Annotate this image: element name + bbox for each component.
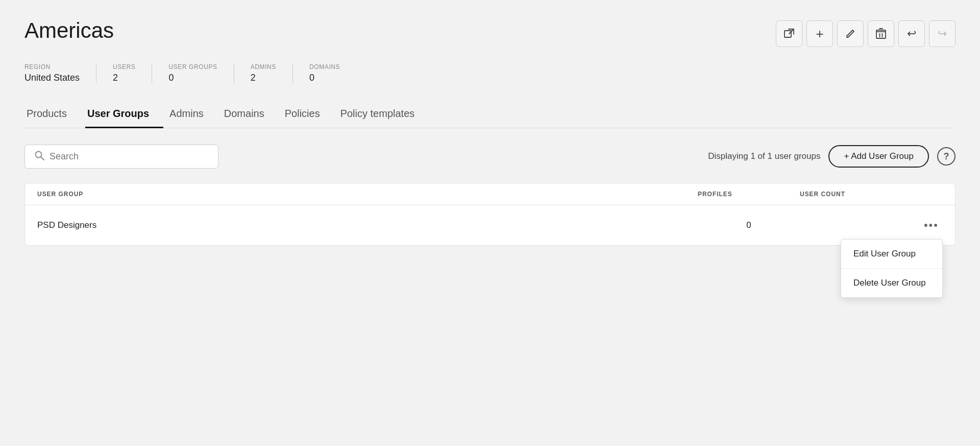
more-options-button[interactable]: ••• [920,217,943,234]
toolbar: + ↩ ↪ [776,20,955,47]
tab-user-groups[interactable]: User Groups [85,102,163,128]
tab-products[interactable]: Products [24,102,81,128]
svg-rect-0 [785,31,791,37]
right-actions: Displaying 1 of 1 user groups + Add User… [708,145,955,168]
search-icon [34,150,44,163]
delete-button[interactable] [868,20,894,47]
stat-users: USERS 2 [113,63,152,83]
stat-region-label: REGION [24,63,80,71]
redo-button[interactable]: ↪ [929,20,955,47]
stat-users-label: USERS [113,63,135,71]
tab-policies[interactable]: Policies [283,102,334,128]
tab-domains[interactable]: Domains [222,102,279,128]
col-actions [902,191,943,198]
plus-icon: + [816,27,823,40]
table-header: USER GROUP PROFILES USER COUNT [25,183,955,205]
table-row: PSD Designers 0 ••• Edit User Group Dele… [25,205,955,245]
user-groups-table: USER GROUP PROFILES USER COUNT PSD Desig… [24,183,955,246]
add-button[interactable]: + [806,20,833,47]
displaying-text: Displaying 1 of 1 user groups [708,151,820,161]
stat-users-value: 2 [113,73,135,83]
stat-domains-value: 0 [309,73,340,83]
redo-icon: ↪ [938,27,947,40]
user-group-name: PSD Designers [37,220,698,230]
help-button[interactable]: ? [937,147,955,166]
stat-admins: ADMINS 2 [251,63,293,83]
search-action-row: Displaying 1 of 1 user groups + Add User… [24,145,955,169]
external-link-button[interactable] [776,20,802,47]
stat-admins-label: ADMINS [251,63,276,71]
stat-region: REGION United States [24,63,96,83]
col-user-group: USER GROUP [37,191,698,198]
profiles-count: 0 [698,220,800,230]
page-title: Americas [24,18,114,43]
add-user-group-button[interactable]: + Add User Group [828,145,929,168]
col-profiles: PROFILES [698,191,800,198]
search-input[interactable] [50,151,209,162]
col-user-count: USER COUNT [800,191,902,198]
stat-user-groups-value: 0 [168,73,217,83]
stats-row: REGION United States USERS 2 USER GROUPS… [24,63,955,83]
stat-region-value: United States [24,73,80,83]
edit-button[interactable] [837,20,864,47]
undo-button[interactable]: ↩ [898,20,925,47]
tab-admins[interactable]: Admins [167,102,218,128]
delete-user-group-item[interactable]: Delete User Group [841,269,942,297]
tab-policy-templates[interactable]: Policy templates [338,102,429,128]
stat-domains-label: DOMAINS [309,63,340,71]
ellipsis-icon: ••• [924,219,939,232]
stat-domains: DOMAINS 0 [309,63,356,83]
undo-icon: ↩ [907,27,916,40]
dropdown-menu: Edit User Group Delete User Group [841,239,943,298]
edit-user-group-item[interactable]: Edit User Group [841,240,942,269]
tabs-row: Products User Groups Admins Domains Poli… [24,102,955,128]
search-box [24,145,218,169]
svg-line-8 [41,157,44,160]
stat-user-groups: USER GROUPS 0 [168,63,234,83]
stat-admins-value: 2 [251,73,276,83]
stat-user-groups-label: USER GROUPS [168,63,217,71]
